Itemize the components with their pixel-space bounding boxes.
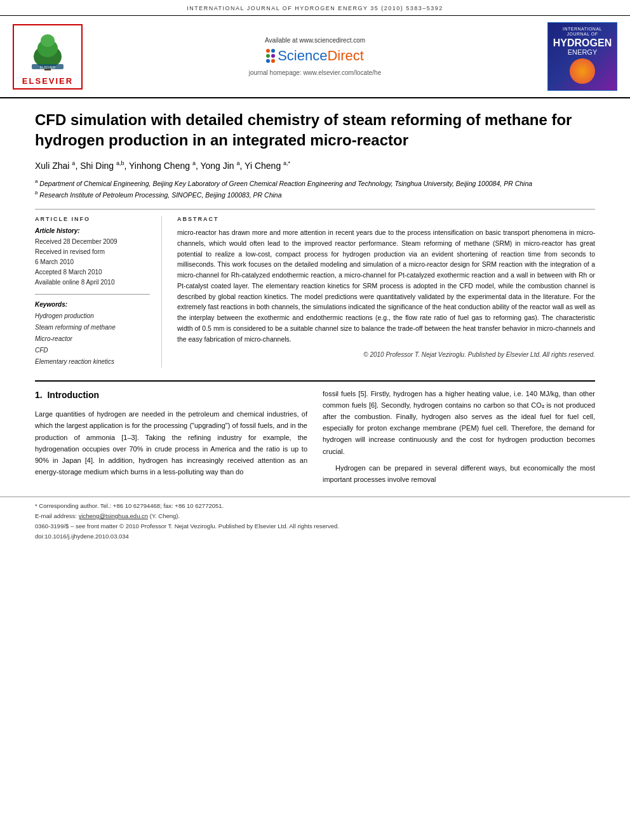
section-name: Introduction: [47, 390, 99, 400]
article-info-abstract: ARTICLE INFO Article history: Received 2…: [35, 216, 595, 368]
keyword-1: Hydrogen production: [35, 310, 150, 322]
available-at-text: Available at www.sciencedirect.com: [89, 37, 541, 44]
email-link[interactable]: yicheng@tsinghua.edu.cn: [79, 512, 148, 519]
right-logo-energy: ENERGY: [552, 48, 613, 56]
keywords-heading: Keywords:: [35, 301, 150, 308]
svg-point-3: [41, 34, 55, 47]
sciencedirect-logo: ScienceDirect: [89, 48, 541, 64]
intro-left-text: Large quantities of hydrogen are needed …: [35, 408, 307, 477]
elsevier-text: ELSEVIER: [17, 76, 79, 86]
affiliations: a Department of Chemical Engineering, Be…: [35, 178, 595, 200]
intro-para-1: Large quantities of hydrogen are needed …: [35, 408, 307, 477]
abstract-text: micro-reactor has drawn more and more at…: [177, 227, 595, 345]
intro-right-col: fossil fuels [5]. Firstly, hydrogen has …: [323, 388, 595, 490]
email-address: E-mail address: yicheng@tsinghua.edu.cn …: [35, 511, 595, 521]
article-history-heading: Article history:: [35, 227, 150, 234]
keyword-3: Micro-reactor: [35, 333, 150, 345]
paper-title: CFD simulation with detailed chemistry o…: [35, 110, 595, 149]
right-logo-title: International Journal of: [552, 27, 613, 37]
accepted-date: Accepted 8 March 2010: [35, 267, 150, 277]
keywords-list: Hydrogen production Steam reforming of m…: [35, 310, 150, 368]
journal-header: INTERNATIONAL JOURNAL OF HYDROGEN ENERGY…: [0, 0, 630, 16]
keyword-2: Steam reforming of methane: [35, 322, 150, 333]
main-divider: [35, 380, 595, 382]
available-online: Available online 8 April 2010: [35, 277, 150, 288]
doi-text: doi:10.1016/j.ijhydene.2010.03.034: [35, 531, 595, 542]
logo-strip: ELSEVIER ELSEVIER Available at www.scien…: [0, 16, 630, 98]
footnotes: * Corresponding author. Tel.: +86 10 627…: [0, 497, 630, 542]
right-journal-logo: International Journal of HYDROGEN ENERGY: [547, 22, 617, 91]
center-header: Available at www.sciencedirect.com Scien…: [89, 37, 541, 76]
corresponding-author: * Corresponding author. Tel.: +86 10 627…: [35, 501, 595, 511]
keyword-5: Elementary reaction kinetics: [35, 356, 150, 368]
keyword-4: CFD: [35, 345, 150, 356]
section-divider: [35, 209, 595, 210]
right-logo-circle-icon: [570, 58, 595, 84]
info-divider: [35, 294, 150, 295]
issn-text: 0360-3199/$ – see front matter © 2010 Pr…: [35, 521, 595, 531]
abstract-label: ABSTRACT: [177, 216, 595, 222]
intro-para-3: Hydrogen can be prepared in several diff…: [323, 462, 595, 485]
intro-left-col: 1. Introduction Large quantities of hydr…: [35, 388, 307, 490]
right-logo-main: HYDROGEN: [552, 37, 613, 49]
introduction-section: 1. Introduction Large quantities of hydr…: [0, 388, 630, 490]
intro-right-text: fossil fuels [5]. Firstly, hydrogen has …: [323, 388, 595, 485]
received-date: Received 28 December 2009: [35, 237, 150, 247]
sciencedirect-text: ScienceDirect: [278, 48, 364, 64]
elsevier-logo: ELSEVIER ELSEVIER: [13, 24, 83, 90]
section-title: 1. Introduction: [35, 388, 307, 402]
journal-homepage-text: journal homepage: www.elsevier.com/locat…: [89, 69, 541, 76]
svg-text:ELSEVIER: ELSEVIER: [40, 65, 56, 69]
revised-label: Received in revised form: [35, 247, 150, 257]
intro-para-2: fossil fuels [5]. Firstly, hydrogen has …: [323, 388, 595, 457]
article-info-panel: ARTICLE INFO Article history: Received 2…: [35, 216, 162, 368]
copyright-line: © 2010 Professor T. Nejat Veziroglu. Pub…: [177, 351, 595, 358]
elsevier-tree-icon: ELSEVIER: [22, 28, 73, 72]
abstract-panel: ABSTRACT micro-reactor has drawn more an…: [177, 216, 595, 368]
section-num: 1.: [35, 390, 43, 400]
paper-content: CFD simulation with detailed chemistry o…: [0, 98, 630, 374]
sd-dots-icon: [266, 49, 275, 63]
revised-date: 6 March 2010: [35, 257, 150, 267]
article-info-label: ARTICLE INFO: [35, 216, 150, 222]
authors: Xuli Zhai a, Shi Ding a,b, Yinhong Cheng…: [35, 160, 595, 171]
